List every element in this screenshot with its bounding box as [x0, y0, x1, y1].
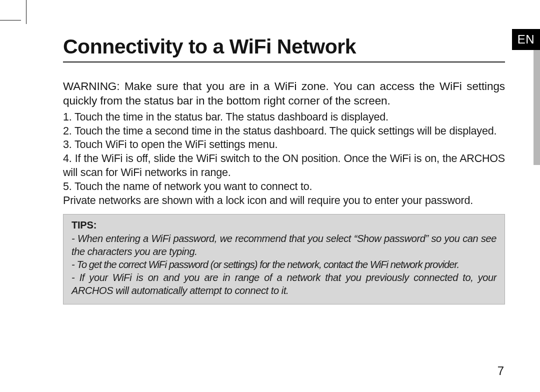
- tips-heading: TIPS:: [72, 220, 496, 231]
- page-number: 7: [498, 364, 504, 378]
- instruction-steps: 1. Touch the time in the status bar. The…: [63, 110, 505, 208]
- page-title: Connectivity to a WiFi Network: [63, 35, 505, 58]
- tip-3: - If your WiFi is on and you are in rang…: [72, 271, 496, 297]
- step-3: 3. Touch WiFi to open the WiFi settings …: [63, 138, 505, 152]
- step-2: 2. Touch the time a second time in the s…: [63, 124, 505, 138]
- tips-box: TIPS: - When entering a WiFi password, w…: [63, 214, 505, 304]
- step-4: 4. If the WiFi is off, slide the WiFi sw…: [63, 152, 505, 180]
- step-1: 1. Touch the time in the status bar. The…: [63, 110, 505, 124]
- warning-text: WARNING: Make sure that you are in a WiF…: [63, 80, 505, 108]
- crop-mark-horizontal: [0, 20, 21, 20]
- step-5: 5. Touch the name of network you want to…: [63, 180, 505, 194]
- tip-2: - To get the correct WiFi password (or s…: [72, 258, 496, 271]
- title-rule: [63, 62, 505, 62]
- private-network-note: Private networks are shown with a lock i…: [63, 194, 505, 208]
- tip-1: - When entering a WiFi password, we reco…: [72, 232, 496, 258]
- manual-page: Connectivity to a WiFi Network WARNING: …: [26, 20, 540, 392]
- tips-body: - When entering a WiFi password, we reco…: [72, 232, 496, 297]
